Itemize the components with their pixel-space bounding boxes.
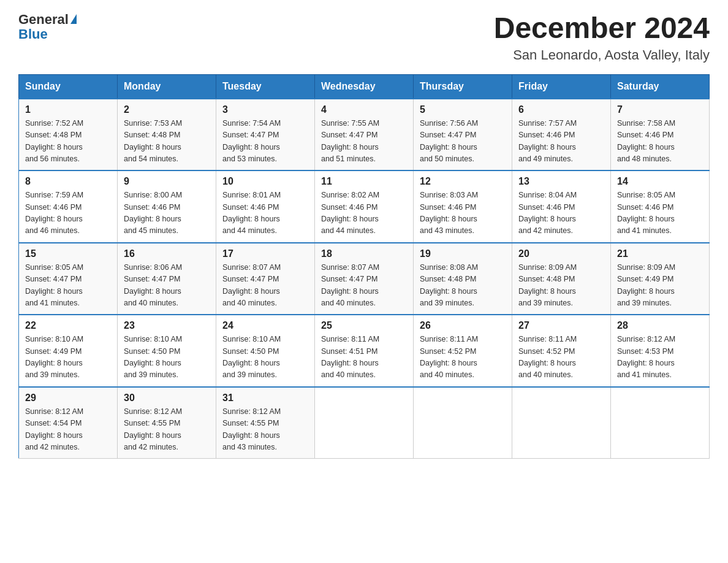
day-info: Sunrise: 8:02 AMSunset: 4:46 PMDaylight:… xyxy=(321,191,379,235)
day-number: 9 xyxy=(124,176,210,187)
table-row: 9 Sunrise: 8:00 AMSunset: 4:46 PMDayligh… xyxy=(118,170,216,243)
table-row xyxy=(414,387,512,459)
day-info: Sunrise: 8:07 AMSunset: 4:47 PMDaylight:… xyxy=(222,263,281,307)
table-row: 28 Sunrise: 8:12 AMSunset: 4:53 PMDaylig… xyxy=(611,315,710,387)
col-wednesday: Wednesday xyxy=(315,74,414,99)
table-row: 3 Sunrise: 7:54 AMSunset: 4:47 PMDayligh… xyxy=(216,99,315,171)
logo-general: General xyxy=(18,12,69,27)
table-row: 6 Sunrise: 7:57 AMSunset: 4:46 PMDayligh… xyxy=(512,99,611,171)
day-number: 3 xyxy=(222,104,308,115)
day-number: 23 xyxy=(124,320,210,331)
table-row xyxy=(512,387,611,459)
day-info: Sunrise: 7:56 AMSunset: 4:47 PMDaylight:… xyxy=(420,119,478,163)
table-row: 22 Sunrise: 8:10 AMSunset: 4:49 PMDaylig… xyxy=(19,315,118,387)
day-number: 12 xyxy=(420,176,506,187)
day-number: 6 xyxy=(518,104,604,115)
day-number: 2 xyxy=(124,104,210,115)
day-info: Sunrise: 7:54 AMSunset: 4:47 PMDaylight:… xyxy=(222,119,281,163)
day-number: 16 xyxy=(124,248,210,259)
table-row: 10 Sunrise: 8:01 AMSunset: 4:46 PMDaylig… xyxy=(216,170,315,243)
calendar-week-row: 8 Sunrise: 7:59 AMSunset: 4:46 PMDayligh… xyxy=(19,170,710,243)
table-row: 29 Sunrise: 8:12 AMSunset: 4:54 PMDaylig… xyxy=(19,387,118,459)
day-number: 19 xyxy=(420,248,506,259)
title-block: December 2024 San Leonardo, Aosta Valley… xyxy=(494,12,710,63)
day-info: Sunrise: 8:10 AMSunset: 4:49 PMDaylight:… xyxy=(25,335,83,379)
table-row: 20 Sunrise: 8:09 AMSunset: 4:48 PMDaylig… xyxy=(512,243,611,315)
day-info: Sunrise: 7:55 AMSunset: 4:47 PMDaylight:… xyxy=(321,119,379,163)
calendar-week-row: 15 Sunrise: 8:05 AMSunset: 4:47 PMDaylig… xyxy=(19,243,710,315)
day-info: Sunrise: 8:07 AMSunset: 4:47 PMDaylight:… xyxy=(321,263,379,307)
table-row: 13 Sunrise: 8:04 AMSunset: 4:46 PMDaylig… xyxy=(512,170,611,243)
calendar-table: Sunday Monday Tuesday Wednesday Thursday… xyxy=(18,74,710,459)
page-header: General Blue December 2024 San Leonardo,… xyxy=(18,12,710,63)
day-info: Sunrise: 8:08 AMSunset: 4:48 PMDaylight:… xyxy=(420,263,478,307)
day-info: Sunrise: 7:58 AMSunset: 4:46 PMDaylight:… xyxy=(617,119,675,163)
table-row: 8 Sunrise: 7:59 AMSunset: 4:46 PMDayligh… xyxy=(19,170,118,243)
col-monday: Monday xyxy=(118,74,216,99)
day-info: Sunrise: 8:11 AMSunset: 4:52 PMDaylight:… xyxy=(420,335,478,379)
day-info: Sunrise: 8:12 AMSunset: 4:55 PMDaylight:… xyxy=(222,407,281,451)
day-info: Sunrise: 8:06 AMSunset: 4:47 PMDaylight:… xyxy=(124,263,182,307)
table-row: 27 Sunrise: 8:11 AMSunset: 4:52 PMDaylig… xyxy=(512,315,611,387)
day-info: Sunrise: 7:59 AMSunset: 4:46 PMDaylight:… xyxy=(25,191,83,235)
day-number: 22 xyxy=(25,320,111,331)
table-row: 14 Sunrise: 8:05 AMSunset: 4:46 PMDaylig… xyxy=(611,170,710,243)
col-sunday: Sunday xyxy=(19,74,118,99)
day-number: 31 xyxy=(222,393,308,404)
day-number: 14 xyxy=(617,176,703,187)
table-row xyxy=(611,387,710,459)
day-info: Sunrise: 8:05 AMSunset: 4:47 PMDaylight:… xyxy=(25,263,83,307)
day-info: Sunrise: 8:09 AMSunset: 4:49 PMDaylight:… xyxy=(617,263,675,307)
table-row: 18 Sunrise: 8:07 AMSunset: 4:47 PMDaylig… xyxy=(315,243,414,315)
table-row: 26 Sunrise: 8:11 AMSunset: 4:52 PMDaylig… xyxy=(414,315,512,387)
table-row: 17 Sunrise: 8:07 AMSunset: 4:47 PMDaylig… xyxy=(216,243,315,315)
calendar-week-row: 22 Sunrise: 8:10 AMSunset: 4:49 PMDaylig… xyxy=(19,315,710,387)
table-row: 31 Sunrise: 8:12 AMSunset: 4:55 PMDaylig… xyxy=(216,387,315,459)
table-row: 21 Sunrise: 8:09 AMSunset: 4:49 PMDaylig… xyxy=(611,243,710,315)
day-number: 8 xyxy=(25,176,111,187)
day-number: 28 xyxy=(617,320,703,331)
day-info: Sunrise: 8:03 AMSunset: 4:46 PMDaylight:… xyxy=(420,191,478,235)
table-row: 11 Sunrise: 8:02 AMSunset: 4:46 PMDaylig… xyxy=(315,170,414,243)
day-number: 10 xyxy=(222,176,308,187)
col-friday: Friday xyxy=(512,74,611,99)
table-row: 23 Sunrise: 8:10 AMSunset: 4:50 PMDaylig… xyxy=(118,315,216,387)
day-info: Sunrise: 8:10 AMSunset: 4:50 PMDaylight:… xyxy=(222,335,281,379)
table-row: 7 Sunrise: 7:58 AMSunset: 4:46 PMDayligh… xyxy=(611,99,710,171)
day-number: 4 xyxy=(321,104,407,115)
table-row: 1 Sunrise: 7:52 AMSunset: 4:48 PMDayligh… xyxy=(19,99,118,171)
col-thursday: Thursday xyxy=(414,74,512,99)
day-number: 13 xyxy=(518,176,604,187)
day-number: 7 xyxy=(617,104,703,115)
day-info: Sunrise: 7:57 AMSunset: 4:46 PMDaylight:… xyxy=(518,119,577,163)
day-info: Sunrise: 8:00 AMSunset: 4:46 PMDaylight:… xyxy=(124,191,182,235)
table-row: 5 Sunrise: 7:56 AMSunset: 4:47 PMDayligh… xyxy=(414,99,512,171)
calendar-header-row: Sunday Monday Tuesday Wednesday Thursday… xyxy=(19,74,710,99)
col-saturday: Saturday xyxy=(611,74,710,99)
day-info: Sunrise: 8:01 AMSunset: 4:46 PMDaylight:… xyxy=(222,191,281,235)
table-row: 16 Sunrise: 8:06 AMSunset: 4:47 PMDaylig… xyxy=(118,243,216,315)
day-info: Sunrise: 8:11 AMSunset: 4:51 PMDaylight:… xyxy=(321,335,379,379)
day-number: 25 xyxy=(321,320,407,331)
table-row: 24 Sunrise: 8:10 AMSunset: 4:50 PMDaylig… xyxy=(216,315,315,387)
table-row: 25 Sunrise: 8:11 AMSunset: 4:51 PMDaylig… xyxy=(315,315,414,387)
table-row xyxy=(315,387,414,459)
page-title: December 2024 xyxy=(494,12,710,45)
day-number: 1 xyxy=(25,104,111,115)
day-number: 15 xyxy=(25,248,111,259)
logo-blue: Blue xyxy=(18,27,48,42)
day-number: 5 xyxy=(420,104,506,115)
table-row: 30 Sunrise: 8:12 AMSunset: 4:55 PMDaylig… xyxy=(118,387,216,459)
day-info: Sunrise: 7:53 AMSunset: 4:48 PMDaylight:… xyxy=(124,119,182,163)
day-number: 30 xyxy=(124,393,210,404)
day-info: Sunrise: 7:52 AMSunset: 4:48 PMDaylight:… xyxy=(25,119,83,163)
table-row: 15 Sunrise: 8:05 AMSunset: 4:47 PMDaylig… xyxy=(19,243,118,315)
day-number: 17 xyxy=(222,248,308,259)
day-info: Sunrise: 8:04 AMSunset: 4:46 PMDaylight:… xyxy=(518,191,577,235)
day-info: Sunrise: 8:11 AMSunset: 4:52 PMDaylight:… xyxy=(518,335,577,379)
day-number: 20 xyxy=(518,248,604,259)
day-info: Sunrise: 8:09 AMSunset: 4:48 PMDaylight:… xyxy=(518,263,577,307)
day-number: 24 xyxy=(222,320,308,331)
day-info: Sunrise: 8:10 AMSunset: 4:50 PMDaylight:… xyxy=(124,335,182,379)
day-number: 26 xyxy=(420,320,506,331)
